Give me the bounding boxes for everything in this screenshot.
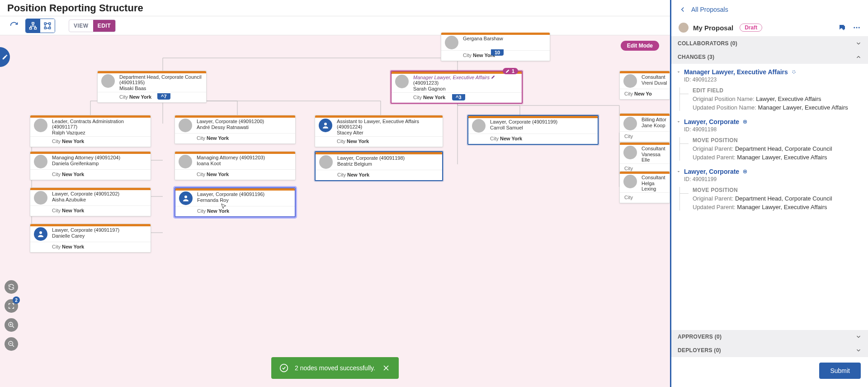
edit-mode-button[interactable]: EDIT xyxy=(93,20,115,32)
org-node[interactable]: Managing Attorney (49091204)Daniela Grei… xyxy=(30,151,151,180)
org-node-selected[interactable]: Lawyer, Corporate (49091196)Fernanda Roy… xyxy=(175,187,296,217)
sync-icon xyxy=(8,283,15,291)
caret-down-icon xyxy=(676,169,681,174)
chevron-down-icon xyxy=(855,40,862,47)
toast-text: 2 nodes moved successfully. xyxy=(295,364,375,372)
fit-button[interactable] xyxy=(5,299,18,313)
svg-point-16 xyxy=(793,71,795,73)
chevron-down-icon xyxy=(855,347,862,354)
svg-rect-6 xyxy=(49,27,51,29)
org-node[interactable]: ConsultantHelga Lexing City xyxy=(619,171,670,203)
chevron-up-icon xyxy=(855,54,862,60)
move-change-icon xyxy=(742,168,748,175)
expand-icon xyxy=(8,302,15,310)
deployers-section[interactable]: DEPLOYERS (0) xyxy=(671,344,868,357)
change-item[interactable]: Lawyer, Corporate ID: 49091198 MOVE POSI… xyxy=(674,116,863,161)
sync-button[interactable] xyxy=(5,280,18,294)
change-item[interactable]: Lawyer, Corporate ID: 49091199 MOVE POSI… xyxy=(674,166,863,210)
child-count[interactable]: ^7 xyxy=(157,93,170,100)
org-node[interactable]: Department Head, Corporate Council (4909… xyxy=(97,71,207,103)
org-node[interactable]: Lawyer, Corporate (49091197)Danielle Car… xyxy=(30,224,151,253)
svg-rect-5 xyxy=(49,23,51,24)
child-count[interactable]: 10 xyxy=(491,49,504,56)
svg-point-14 xyxy=(856,27,858,29)
svg-rect-4 xyxy=(44,27,46,29)
submit-button[interactable]: Submit xyxy=(819,363,861,379)
svg-point-7 xyxy=(324,123,327,125)
change-item[interactable]: Manager Lawyer, Executive Affairs ID: 49… xyxy=(674,67,863,111)
svg-rect-0 xyxy=(32,22,34,24)
person-icon xyxy=(182,194,190,202)
layout-tree-button[interactable] xyxy=(26,19,40,33)
org-node[interactable]: Lawyer, Corporate (49091200)André Dessy … xyxy=(175,115,296,144)
approvers-section[interactable]: APPROVERS (0) xyxy=(671,330,868,344)
changes-list: Manager Lawyer, Executive Affairs ID: 49… xyxy=(671,64,868,330)
zoom-in-icon xyxy=(8,321,15,329)
org-node[interactable]: Assistant to Lawyer, Executive Affairs (… xyxy=(315,115,443,147)
svg-point-8 xyxy=(184,196,187,198)
svg-point-12 xyxy=(280,364,288,372)
org-node-moved[interactable]: Lawyer, Corporate (49091199)Carroll Samu… xyxy=(467,115,599,145)
close-icon[interactable] xyxy=(382,363,391,373)
edit-mode-badge: Edit Mode xyxy=(621,41,659,51)
pencil-icon xyxy=(491,75,495,79)
collaborators-section[interactable]: COLLABORATORS (0) xyxy=(671,37,868,50)
view-edit-toggle: VIEW EDIT xyxy=(69,19,116,32)
org-node-moved[interactable]: Lawyer, Corporate (49091198)Beatriz Belg… xyxy=(315,151,443,181)
proposal-panel: All Proposals My Proposal Draft COLLABOR… xyxy=(670,0,868,387)
list-tree-icon xyxy=(43,22,52,30)
canvas-tool-stack xyxy=(5,280,18,351)
node-title: Gergana Barshaw xyxy=(463,36,503,41)
svg-rect-1 xyxy=(30,27,32,29)
svg-point-15 xyxy=(859,27,860,29)
chat-icon[interactable] xyxy=(838,24,846,32)
svg-point-9 xyxy=(39,231,42,234)
tree-icon xyxy=(29,22,37,30)
org-node[interactable]: Lawyer, Corporate (49091202)Aisha Azubui… xyxy=(30,187,151,216)
svg-rect-3 xyxy=(44,23,46,24)
child-count[interactable]: ^3 xyxy=(452,94,465,100)
zoom-out-button[interactable] xyxy=(5,337,18,351)
person-icon xyxy=(37,230,45,238)
more-icon[interactable] xyxy=(853,24,861,32)
caret-down-icon xyxy=(676,119,681,124)
svg-point-13 xyxy=(854,27,855,29)
svg-point-20 xyxy=(745,171,745,172)
move-change-icon xyxy=(742,119,748,125)
org-node[interactable]: ConsultantVreni Duval City New Yo xyxy=(619,71,670,100)
edit-side-tab[interactable] xyxy=(0,47,10,67)
arrow-left-icon xyxy=(679,5,687,14)
zoom-out-icon xyxy=(8,340,15,348)
layout-toggle xyxy=(25,19,55,33)
refresh-button[interactable] xyxy=(6,19,22,33)
edit-change-icon xyxy=(791,69,797,75)
org-node[interactable]: Billing AttorJane Koop City xyxy=(619,113,670,142)
org-chart-canvas[interactable]: Edit Mode Gergana Barshaw City New York … xyxy=(0,35,670,387)
edit-indicator-badge[interactable]: 1 xyxy=(503,68,518,74)
pencil-icon xyxy=(505,69,510,73)
success-toast: 2 nodes moved successfully. xyxy=(271,357,399,379)
org-node[interactable]: Leader, Contracts Administration (490911… xyxy=(30,115,151,147)
proposal-header: My Proposal Draft xyxy=(671,19,868,37)
refresh-icon xyxy=(9,21,19,30)
check-circle-icon xyxy=(279,363,288,373)
svg-point-18 xyxy=(745,121,745,122)
org-node-root[interactable]: Gergana Barshaw City New York xyxy=(441,33,550,61)
avatar xyxy=(679,23,689,33)
all-proposals-link[interactable]: All Proposals xyxy=(671,0,868,19)
changes-section[interactable]: CHANGES (3) xyxy=(671,50,868,64)
org-node[interactable]: Managing Attorney (49091203)Ioana Koot C… xyxy=(175,151,296,180)
svg-rect-2 xyxy=(34,27,37,29)
pencil-icon xyxy=(2,54,8,60)
org-node[interactable]: ConsultantVanessa Elle City xyxy=(619,142,670,174)
draft-badge: Draft xyxy=(740,24,762,32)
person-icon xyxy=(321,121,330,129)
layout-list-button[interactable] xyxy=(40,19,55,33)
proposal-name: My Proposal xyxy=(693,24,733,32)
page-title: Position Reporting Structure xyxy=(7,2,143,14)
view-mode-button[interactable]: VIEW xyxy=(69,20,93,32)
zoom-in-button[interactable] xyxy=(5,318,18,332)
chevron-down-icon xyxy=(855,334,862,340)
caret-down-icon xyxy=(676,69,681,75)
